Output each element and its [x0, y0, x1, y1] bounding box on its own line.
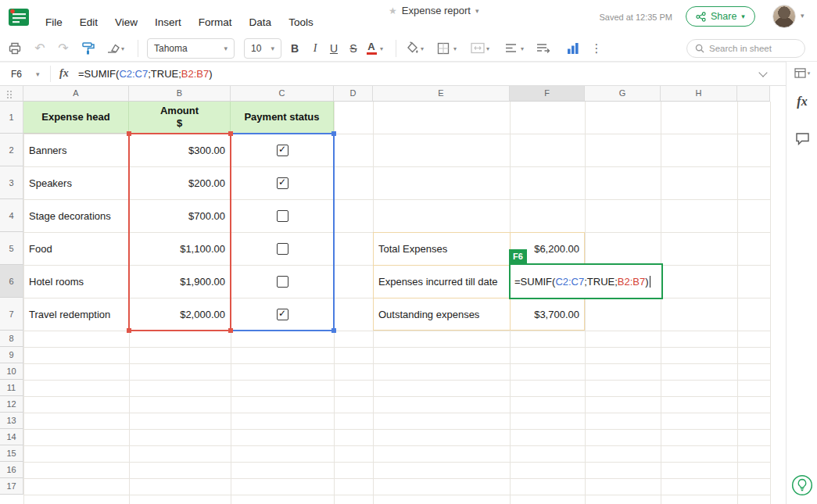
- row-header-12[interactable]: 12: [0, 396, 23, 413]
- zia-assistant-icon[interactable]: [787, 474, 817, 496]
- sheet-view-options-icon[interactable]: ▾: [787, 68, 817, 78]
- cell-E6[interactable]: Expenses incurred till date: [373, 265, 510, 298]
- column-header-E[interactable]: E: [373, 86, 510, 102]
- gridline: [23, 347, 770, 348]
- gridline: [23, 380, 770, 381]
- table-header-cell-A1[interactable]: Expense head: [23, 102, 129, 134]
- active-cell-badge: F6: [509, 249, 527, 263]
- sheet-view-options-chevron-icon: ▾: [808, 70, 811, 77]
- range-highlight-B2-B7-handle[interactable]: [228, 131, 233, 136]
- range-highlight-B2-B7-handle[interactable]: [127, 131, 131, 136]
- cell-A6[interactable]: Hotel rooms: [23, 265, 129, 298]
- gridline: [23, 429, 770, 430]
- gridline: [737, 102, 738, 504]
- gridline: [23, 396, 770, 397]
- row-header-17[interactable]: 17: [0, 478, 23, 495]
- cell-A7[interactable]: Travel redemption: [23, 298, 129, 331]
- right-sidebar: ▾ fx: [786, 62, 817, 504]
- cell-E7[interactable]: Outstanding expenses: [373, 298, 510, 331]
- insert-function-icon[interactable]: fx: [787, 95, 817, 109]
- cell-F7[interactable]: $3,700.00: [510, 298, 585, 331]
- row-header-11[interactable]: 11: [0, 380, 23, 396]
- spreadsheet-grid: ABCDEFGH1234567891011121314151617Expense…: [0, 0, 786, 504]
- cell-A5[interactable]: Food: [23, 232, 129, 265]
- row-header-15[interactable]: 15: [0, 445, 23, 462]
- column-header-B[interactable]: B: [129, 86, 231, 102]
- column-header-tail[interactable]: [737, 86, 770, 102]
- formula-token: =SUMIF(: [514, 276, 555, 288]
- text-cursor: [650, 276, 650, 288]
- row-header-16[interactable]: 16: [0, 462, 23, 478]
- range-highlight-B2-B7-handle[interactable]: [228, 328, 233, 333]
- formula-token: ): [645, 276, 648, 288]
- range-highlight-B2-B7-handle[interactable]: [127, 328, 131, 333]
- cell-A2[interactable]: Banners: [23, 134, 129, 166]
- row-header-4[interactable]: 4: [0, 199, 23, 232]
- row-header-1[interactable]: 1: [0, 102, 23, 134]
- gridline: [770, 102, 771, 504]
- range-highlight-B2-B7: [128, 133, 231, 331]
- gridline: [23, 495, 770, 495]
- formula-token: C2:C7: [555, 276, 584, 288]
- gridline: [661, 102, 661, 504]
- row-header-3[interactable]: 3: [0, 166, 23, 199]
- table-header-cell-C1[interactable]: Payment status: [231, 102, 334, 134]
- row-header-10[interactable]: 10: [0, 363, 23, 380]
- row-header-9[interactable]: 9: [0, 347, 23, 363]
- row-header-13[interactable]: 13: [0, 413, 23, 429]
- row-header-2[interactable]: 2: [0, 134, 23, 166]
- formula-token: B2:B7: [618, 276, 645, 288]
- column-header-D[interactable]: D: [334, 86, 373, 102]
- column-header-A[interactable]: A: [23, 86, 129, 102]
- gridline: [23, 462, 770, 463]
- gridline: [585, 102, 586, 504]
- column-header-H[interactable]: H: [661, 86, 737, 102]
- row-header-14[interactable]: 14: [0, 429, 23, 445]
- formula-token: ;TRUE;: [584, 276, 618, 288]
- table-header-cell-B1[interactable]: Amount $: [129, 102, 231, 134]
- column-header-F[interactable]: F: [510, 86, 585, 102]
- range-highlight-C2-C7: [230, 133, 335, 331]
- row-header-6[interactable]: 6: [0, 265, 23, 298]
- row-header-7[interactable]: 7: [0, 298, 23, 331]
- comments-icon[interactable]: [787, 132, 817, 145]
- range-highlight-C2-C7-handle[interactable]: [331, 328, 336, 333]
- account-chevron-icon[interactable]: ▾: [801, 12, 804, 20]
- row-header-5[interactable]: 5: [0, 232, 23, 265]
- column-header-G[interactable]: G: [585, 86, 661, 102]
- cell-A4[interactable]: Stage decorations: [23, 199, 129, 232]
- gridline: [23, 413, 770, 413]
- column-header-C[interactable]: C: [231, 86, 334, 102]
- range-highlight-C2-C7-handle[interactable]: [331, 131, 336, 136]
- select-all-dots-icon: [7, 91, 9, 92]
- gridline: [23, 478, 770, 479]
- zoho-sheet-app: File Edit View Insert Format Data Tools …: [0, 0, 817, 504]
- row-header-8[interactable]: 8: [0, 331, 23, 347]
- select-all-corner[interactable]: [0, 86, 23, 102]
- cell-editor-F6[interactable]: =SUMIF(C2:C7;TRUE;B2:B7): [509, 263, 663, 299]
- gridline: [23, 363, 770, 364]
- gridline: [23, 445, 770, 446]
- cell-E5[interactable]: Total Expenses: [373, 232, 510, 265]
- cell-A3[interactable]: Speakers: [23, 166, 129, 199]
